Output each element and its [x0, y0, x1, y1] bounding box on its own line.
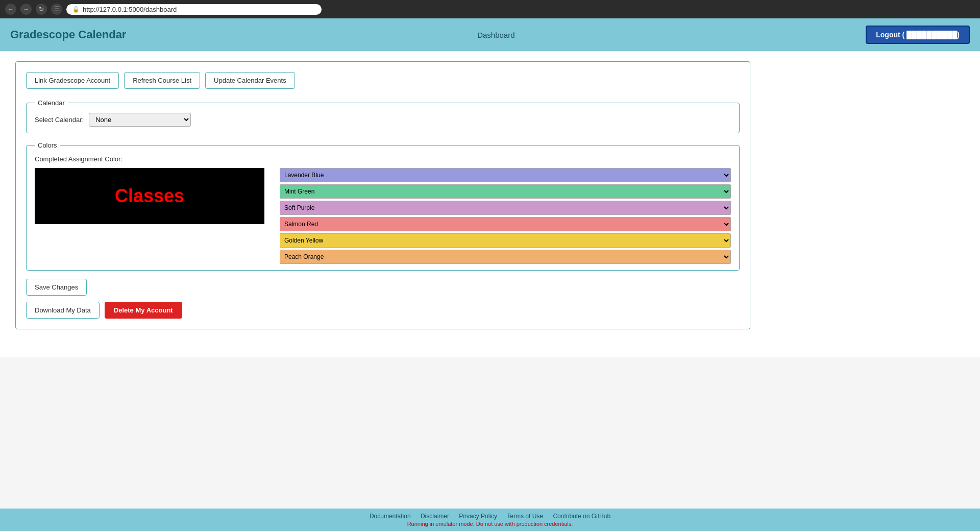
address-bar[interactable]: 🔓 http://127.0.0.1:5000/dashboard	[66, 4, 322, 15]
lock-icon: 🔓	[72, 6, 80, 13]
calendar-select[interactable]: None	[89, 113, 191, 127]
update-calendar-events-button[interactable]: Update Calendar Events	[205, 72, 295, 89]
main-content: Link Gradescope Account Refresh Course L…	[0, 51, 980, 357]
logout-button[interactable]: Logout ( ██████████)	[866, 26, 970, 44]
preview-text: Classes	[115, 185, 184, 207]
color-select-6[interactable]: Peach Orange	[280, 250, 731, 264]
delete-account-button[interactable]: Delete My Account	[105, 302, 182, 319]
color-select-2[interactable]: Mint Green	[280, 184, 731, 199]
bookmark-button[interactable]: ☰	[51, 4, 62, 15]
app-header: Gradescope Calendar Dashboard Logout ( █…	[0, 18, 980, 51]
app-title: Gradescope Calendar	[10, 28, 126, 41]
colors-legend: Colors	[35, 141, 60, 149]
refresh-browser-button[interactable]: ↻	[36, 4, 47, 15]
browser-chrome: ← → ↻ ☰ 🔓 http://127.0.0.1:5000/dashboar…	[0, 0, 980, 18]
completed-assignment-label: Completed Assignment Color:	[35, 155, 731, 163]
forward-button[interactable]: →	[20, 4, 32, 15]
url-text: http://127.0.0.1:5000/dashboard	[83, 6, 177, 13]
preview-box: Classes	[35, 168, 264, 224]
bottom-buttons: Save Changes Download My Data Delete My …	[26, 279, 740, 319]
logout-username: ██████████	[906, 31, 957, 39]
refresh-course-list-button[interactable]: Refresh Course List	[124, 72, 200, 89]
link-gradescope-button[interactable]: Link Gradescope Account	[26, 72, 119, 89]
color-select-3[interactable]: Soft Purple	[280, 201, 731, 215]
dashboard-card: Link Gradescope Account Refresh Course L…	[15, 61, 750, 329]
color-select-4[interactable]: Salmon Red	[280, 217, 731, 231]
calendar-fieldset: Calendar Select Calendar: None	[26, 99, 740, 133]
header-nav-label: Dashboard	[477, 31, 514, 39]
calendar-legend: Calendar	[35, 99, 68, 107]
top-buttons: Link Gradescope Account Refresh Course L…	[26, 72, 740, 89]
color-select-5[interactable]: Golden Yellow	[280, 233, 731, 248]
calendar-select-label: Select Calendar:	[35, 116, 84, 124]
back-button[interactable]: ←	[5, 4, 16, 15]
download-data-button[interactable]: Download My Data	[26, 302, 100, 319]
colors-layout: Classes Lavender Blue Mint Green Soft Pu…	[35, 168, 731, 264]
action-row: Download My Data Delete My Account	[26, 302, 740, 319]
save-changes-button[interactable]: Save Changes	[26, 279, 87, 296]
color-dropdowns: Lavender Blue Mint Green Soft Purple Sal…	[280, 168, 731, 264]
color-select-1[interactable]: Lavender Blue	[280, 168, 731, 182]
calendar-row: Select Calendar: None	[35, 113, 731, 127]
colors-fieldset: Colors Completed Assignment Color: Class…	[26, 141, 740, 271]
